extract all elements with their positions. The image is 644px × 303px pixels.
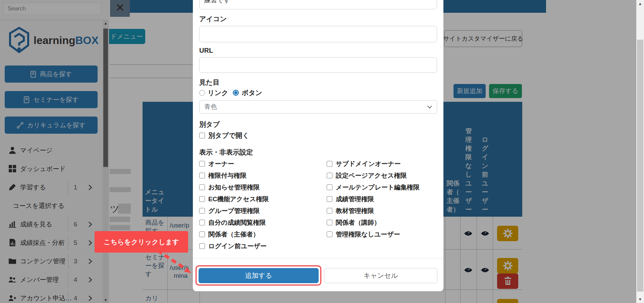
checkbox[interactable] [199, 220, 205, 225]
icon-label: アイコン [199, 14, 227, 24]
color-select-value: 青色 [204, 102, 217, 111]
checkbox[interactable] [199, 231, 205, 237]
visibility-option[interactable]: 自分の成績閲覧権限 [199, 217, 269, 228]
divider [193, 258, 443, 258]
checkbox[interactable] [327, 173, 332, 178]
visibility-option[interactable]: オーナー [199, 158, 269, 170]
tutorial-tooltip-text: こちらをクリックします [104, 237, 179, 247]
visibility-option[interactable]: 関係者（講師） [327, 217, 420, 228]
url-label: URL [199, 47, 213, 54]
visibility-option[interactable]: サブドメインオーナー [327, 158, 420, 170]
visibility-option[interactable]: 成績管理権限 [327, 193, 420, 205]
menu-title-input[interactable] [199, 0, 437, 9]
visibility-checkbox-column-left: オーナー 権限付与権限 お知らせ管理権限 EC機能アクセス権限 グループ管理権限… [199, 158, 269, 252]
checkbox[interactable] [327, 161, 332, 167]
visibility-option[interactable]: お知らせ管理権限 [199, 181, 269, 193]
page-scrollbar-thumb[interactable] [637, 40, 643, 292]
open-new-tab-label: 別タブで開く [208, 131, 249, 140]
appearance-label: 見た目 [199, 78, 219, 87]
checkbox[interactable] [327, 220, 332, 225]
checkbox[interactable] [199, 196, 205, 202]
add-submit-button[interactable]: 追加する [199, 268, 319, 283]
checkbox[interactable] [199, 184, 205, 190]
icon-input[interactable] [199, 26, 437, 42]
radio-link-label: リンク [208, 88, 228, 97]
checkbox[interactable] [199, 133, 205, 138]
visibility-label: 表示・非表示設定 [199, 148, 253, 157]
add-menu-modal: アイコン URL 見た目 リンク ボタン 青色 別タブ 別タブで開く 表示・非表… [193, 0, 443, 291]
open-new-tab-checkbox[interactable]: 別タブで開く [199, 131, 249, 140]
checkbox[interactable] [327, 231, 332, 237]
add-submit-label: 追加する [245, 271, 272, 280]
page-scrollbar[interactable]: ▲ ▼ [636, 0, 644, 303]
checkbox[interactable] [327, 208, 332, 214]
visibility-option[interactable]: メールテンプレート編集権限 [327, 181, 420, 193]
visibility-option[interactable]: ログイン前ユーザー [199, 240, 269, 252]
visibility-option[interactable]: 権限付与権限 [199, 170, 269, 181]
checkbox[interactable] [327, 184, 332, 190]
checkbox[interactable] [199, 243, 205, 249]
visibility-checkbox-column-right: サブドメインオーナー 設定ページアクセス権限 メールテンプレート編集権限 成績管… [327, 158, 420, 240]
radio-button-label: ボタン [241, 88, 262, 97]
radio-link[interactable] [199, 90, 205, 96]
checkbox[interactable] [199, 173, 205, 178]
radio-button[interactable] [233, 90, 239, 96]
visibility-option[interactable]: 管理権限なしユーザー [327, 228, 420, 240]
color-select[interactable]: 青色 [199, 100, 437, 114]
screen: × サイドメニュー サイトカスタマイザーに戻る 新規追加 保存する ツ メニュー… [0, 0, 644, 303]
url-input[interactable] [199, 57, 437, 73]
new-tab-label: 別タブ [199, 120, 220, 129]
cancel-label: キャンセル [364, 271, 398, 280]
tooltip-arrow-icon [153, 248, 200, 279]
visibility-option[interactable]: 関係者（主催者） [199, 228, 269, 240]
scroll-up-icon[interactable]: ▲ [636, 1, 644, 6]
checkbox[interactable] [327, 196, 332, 202]
checkbox[interactable] [199, 208, 205, 214]
visibility-option[interactable]: 設定ページアクセス権限 [327, 170, 420, 181]
chevron-down-icon [427, 105, 432, 109]
visibility-option[interactable]: グループ管理権限 [199, 205, 269, 217]
appearance-radio-group: リンク ボタン [199, 89, 262, 97]
visibility-option[interactable]: 教材管理権限 [327, 205, 420, 217]
checkbox[interactable] [199, 161, 205, 167]
visibility-option[interactable]: EC機能アクセス権限 [199, 193, 269, 205]
scroll-down-icon[interactable]: ▼ [636, 297, 644, 302]
cancel-button[interactable]: キャンセル [324, 268, 437, 283]
